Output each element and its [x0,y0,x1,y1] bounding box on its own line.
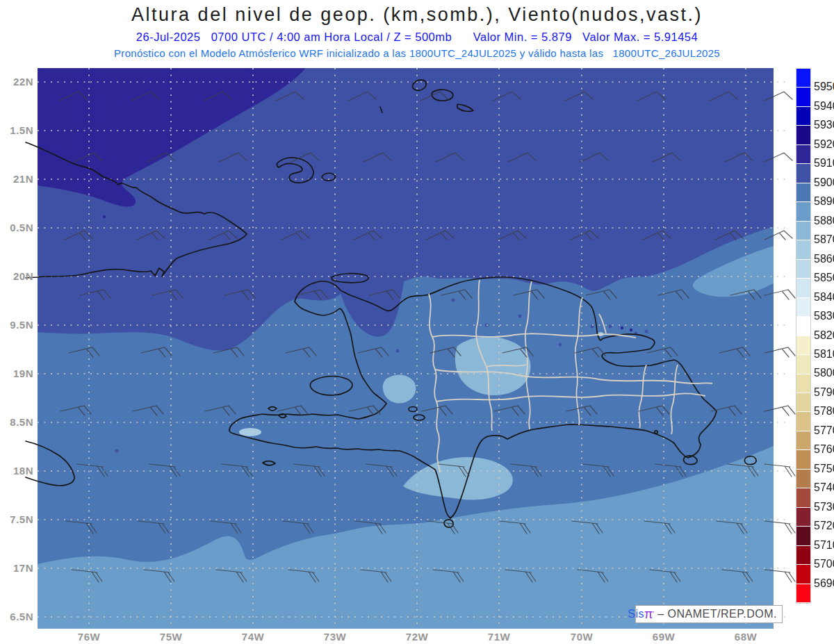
colorbar-segment [796,527,810,545]
colorbar-segment [796,431,810,450]
colorbar-segment [796,69,810,88]
colorbar-segment [796,222,810,240]
colorbar-tick-label: 5770 [814,424,834,437]
lon-label: 73W [314,631,356,643]
colorbar-tick-label: 5780 [814,405,834,418]
lon-label: 70W [561,631,603,643]
lon-label: 68W [725,631,767,643]
lat-label: 6.5N [1,611,33,622]
colorbar-tick-label: 5740 [814,481,834,494]
colorbar-segment [796,393,810,412]
lat-label: 9.5N [1,319,33,331]
colorbar-tick-label: 5850 [814,272,834,284]
colorbar-tick-label: 5830 [814,310,834,322]
colorbar-segment [796,88,810,106]
colorbar-tick-label: 5730 [814,501,834,513]
colorbar-segment [796,240,810,259]
colorbar-segment [796,183,810,202]
lat-label: 19N [1,368,33,379]
colorbar-segment [796,450,810,469]
branding-separator: – [654,608,667,620]
lat-label: 7.5N [1,513,33,525]
colorbar-segment [796,336,810,355]
colorbar-tick-label: 5750 [814,463,834,475]
colorbar-tick-label: 5700 [814,558,834,570]
colorbar [796,68,811,604]
colorbar-segment [796,412,810,431]
geopotential-fill-bands [38,68,774,629]
lat-label: 17N [1,562,33,574]
colorbar-tick-label: 5890 [814,195,834,208]
colorbar-segment [796,508,810,527]
branding-org: ONAMET/REP.DOM. [668,608,777,620]
colorbar-segment [796,488,810,507]
colorbar-tick-label: 5840 [814,291,834,304]
colorbar-tick-label: 5910 [814,157,834,170]
colorbar-segment [796,260,810,279]
colorbar-segment [796,584,810,603]
colorbar-segment [796,546,810,565]
colorbar-segment [796,126,810,145]
lon-label: 75W [150,631,192,643]
colorbar-segment [796,470,810,488]
lat-label: 18N [1,465,33,477]
lon-label: 76W [68,631,110,643]
lon-label: 74W [232,631,274,643]
colorbar-tick-label: 5820 [814,329,834,342]
colorbar-segment [796,145,810,164]
branding-sis: Sis [628,608,644,620]
colorbar-tick-label: 5900 [814,176,834,189]
colorbar-segment [796,565,810,584]
colorbar-tick-label: 5720 [814,520,834,532]
lon-label: 69W [643,631,685,643]
colorbar-tick-label: 5880 [814,215,834,227]
lat-label: 21N [1,173,33,185]
colorbar-tick-label: 5790 [814,386,834,399]
lat-label: 0.5N [1,222,33,233]
colorbar-tick-label: 5690 [814,577,834,590]
colorbar-tick-label: 5930 [814,119,834,131]
colorbar-segment [796,317,810,336]
colorbar-segment [796,107,810,126]
colorbar-segment [796,355,810,374]
colorbar-tick-label: 5860 [814,253,834,265]
colorbar-segment [796,164,810,183]
colorbar-segment [796,202,810,221]
weather-map-page: Altura del nivel de geop. (km,somb.), Vi… [0,0,834,644]
colorbar-tick-label: 5760 [814,443,834,456]
lon-label: 72W [396,631,438,643]
lon-label: 71W [478,631,520,643]
colorbar-tick-label: 5870 [814,233,834,246]
colorbar-segment [796,298,810,317]
colorbar-tick-label: 5940 [814,100,834,113]
colorbar-tick-label: 5810 [814,348,834,361]
lat-label: 22N [1,76,33,88]
lat-label: 20N [1,270,33,282]
lat-label: 1.5N [1,124,33,136]
branding-box: Sisπ′ – ONAMET/REP.DOM. [635,605,783,623]
colorbar-tick-label: 5920 [814,138,834,151]
colorbar-tick-label: 5710 [814,539,834,552]
colorbar-segment [796,279,810,297]
colorbar-tick-label: 5950 [814,81,834,93]
map-canvas [0,0,834,644]
colorbar-tick-label: 5800 [814,367,834,379]
lat-label: 8.5N [1,416,33,428]
colorbar-segment [796,374,810,393]
